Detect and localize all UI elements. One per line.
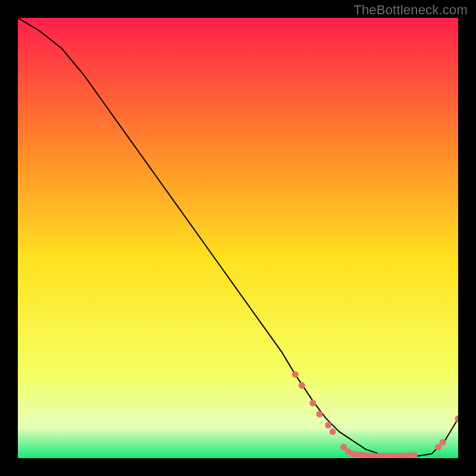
bottleneck-curve bbox=[18, 18, 458, 456]
watermark-text: TheBottleneck.com bbox=[353, 2, 468, 18]
chart-overlay bbox=[18, 18, 458, 458]
data-marker bbox=[299, 382, 305, 389]
data-marker bbox=[455, 415, 459, 422]
chart-stage: TheBottleneck.com bbox=[0, 0, 476, 476]
plot-area bbox=[18, 18, 458, 458]
data-marker bbox=[292, 371, 299, 378]
data-marker bbox=[330, 428, 336, 435]
data-marker bbox=[316, 411, 322, 418]
data-marker bbox=[325, 422, 331, 428]
data-marker bbox=[435, 444, 441, 450]
marker-layer bbox=[292, 371, 458, 458]
data-marker bbox=[440, 439, 446, 446]
data-marker bbox=[309, 400, 316, 406]
